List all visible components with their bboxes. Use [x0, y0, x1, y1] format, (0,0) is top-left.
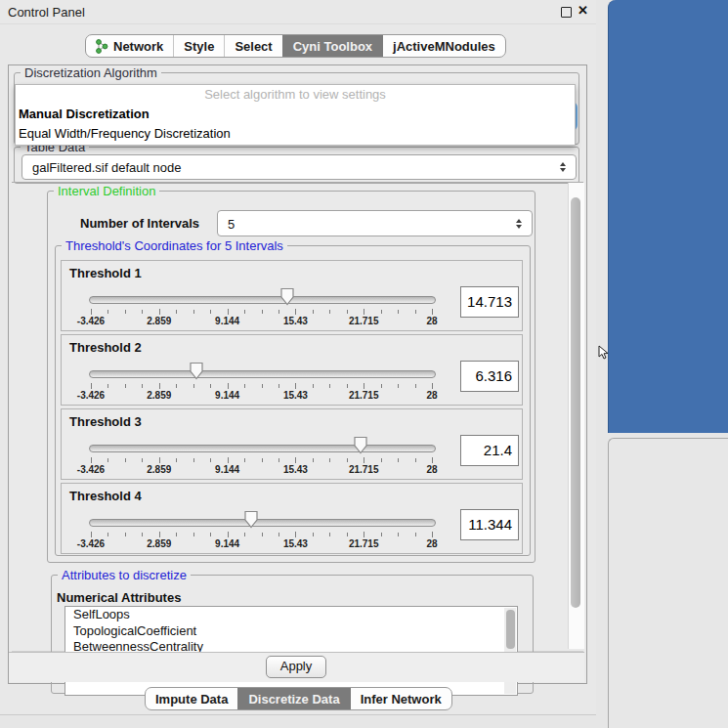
slider-tick [159, 309, 160, 315]
slider-tick [278, 384, 279, 388]
control-panel-titlebar: Control Panel ✕ [0, 0, 596, 24]
slider-tick [415, 310, 416, 314]
threshold-coordinates-title: Threshold's Coordinates for 5 Intervals [62, 238, 287, 253]
threshold-label: Threshold 2 [69, 340, 142, 355]
slider-tick [91, 532, 92, 537]
slider-tick [159, 383, 160, 389]
slider-tick [125, 533, 126, 536]
slider-tick-label: 21.715 [342, 316, 385, 326]
slider-track[interactable] [89, 519, 436, 527]
combo-stepper-icon [516, 219, 523, 229]
threshold-value-field[interactable]: 21.4 [460, 435, 519, 466]
attribute-list-item[interactable]: TopologicalCoefficient [65, 623, 517, 640]
threshold-value-field[interactable]: 6.316 [460, 361, 519, 392]
slider-track[interactable] [89, 445, 436, 452]
slider-tick [415, 458, 416, 462]
slider-tick-label: 2.859 [138, 390, 181, 401]
algorithm-option-manual[interactable]: Manual Discretization [16, 105, 575, 124]
combo-stepper-icon [560, 162, 567, 172]
slider-tick [432, 457, 433, 463]
slider-tick [347, 533, 348, 536]
number-of-intervals-combobox[interactable]: 5 [217, 210, 533, 236]
slider-tick-label: 9.144 [206, 538, 249, 549]
algorithm-option-equal-width[interactable]: Equal Width/Frequency Discretization [16, 124, 575, 144]
slider-tick-label: 15.43 [274, 538, 317, 549]
slider-tick [210, 458, 211, 462]
close-icon[interactable]: ✕ [578, 3, 588, 18]
tab-discretize-data[interactable]: Discretize Data [237, 688, 349, 709]
tab-cyni-toolbox[interactable]: Cyni Toolbox [282, 35, 382, 57]
slider-thumb[interactable] [189, 362, 204, 381]
slider-tick [381, 533, 382, 536]
apply-button[interactable]: Apply [266, 656, 326, 678]
tab-network[interactable]: Network [86, 35, 173, 57]
slider-tick [278, 458, 279, 462]
attribute-list-item[interactable]: SelfLoops [65, 607, 517, 623]
numerical-attributes-list[interactable]: SelfLoopsTopologicalCoefficientBetweenne… [64, 606, 518, 696]
slider-tick [107, 458, 108, 462]
slider-track[interactable] [89, 296, 436, 304]
slider-tick [329, 384, 330, 388]
slider-tick-label: 9.144 [206, 464, 249, 475]
float-window-icon[interactable] [561, 7, 572, 18]
slider-tick-label: 28 [410, 464, 453, 475]
slider-tick [107, 384, 108, 388]
network-icon [96, 39, 108, 54]
slider-tick [347, 310, 348, 314]
slider-tick [364, 309, 364, 315]
tab-infer-network[interactable]: Infer Network [350, 688, 451, 709]
slider-track[interactable] [89, 370, 436, 378]
algorithm-option-placeholder[interactable]: Select algorithm to view settings [16, 85, 575, 105]
numerical-attributes-label: Numerical Attributes [57, 590, 181, 605]
slider-tick [295, 532, 296, 537]
slider-tick [244, 458, 245, 462]
control-panel-title: Control Panel [8, 5, 85, 20]
slider-tick [295, 457, 296, 463]
slider-tick [228, 457, 229, 463]
tab-label: jActiveMNodules [393, 39, 495, 54]
slider-tick [228, 532, 229, 537]
slider-tick [159, 457, 160, 463]
slider-tick [398, 384, 399, 388]
threshold-value-field[interactable]: 11.344 [460, 509, 519, 540]
slider-tick [381, 458, 382, 462]
tab-label: Style [184, 39, 214, 54]
slider-tick [210, 384, 211, 388]
slider-tick-label: 2.859 [138, 538, 181, 549]
tab-select[interactable]: Select [224, 35, 281, 57]
threshold-panel-1: Threshold 1-3.4262.8599.14415.4321.71528… [61, 260, 523, 331]
slider-tick [329, 310, 330, 314]
settings-scrollbar-thumb[interactable] [571, 197, 580, 608]
slider-tick [176, 533, 177, 536]
slider-tick [142, 458, 143, 462]
slider-tick [415, 533, 416, 536]
slider-tick [176, 310, 177, 314]
threshold-value-field[interactable]: 14.713 [460, 286, 519, 318]
slider-tick [364, 532, 364, 537]
discretization-algorithm-group-title: Discretization Algorithm [21, 65, 161, 80]
slider-tick [313, 310, 314, 314]
control-panel-window: Control Panel ✕ NetworkStyleSelectCyni T… [0, 0, 596, 715]
attributes-scrollbar-thumb[interactable] [506, 610, 515, 649]
slider-tick [107, 310, 108, 314]
tab-style[interactable]: Style [173, 35, 224, 57]
tab-impute-data[interactable]: Impute Data [146, 688, 237, 709]
slider-tick-label: 15.43 [274, 390, 317, 401]
tab-jactivemnodules[interactable]: jActiveMNodules [382, 35, 505, 57]
slider-tick [210, 533, 211, 536]
slider-tick [142, 384, 143, 388]
algorithm-dropdown-popup: Select algorithm to view settings Manual… [15, 84, 576, 146]
slider-thumb[interactable] [353, 436, 368, 455]
slider-thumb[interactable] [279, 287, 295, 307]
slider-tick [193, 533, 194, 536]
slider-thumb[interactable] [243, 510, 259, 530]
threshold-panel-4: Threshold 4-3.4262.8599.14415.4321.71528… [61, 483, 523, 554]
threshold-panel-2: Threshold 2-3.4262.8599.14415.4321.71528… [61, 334, 523, 406]
slider-tick-label: -3.426 [69, 316, 112, 326]
table-data-combobox[interactable]: galFiltered.sif default node [21, 154, 577, 180]
threshold-panel-3: Threshold 3-3.4262.8599.14415.4321.71528… [61, 408, 523, 480]
slider-tick [176, 384, 177, 388]
slider-tick-label: 2.859 [138, 464, 181, 475]
number-of-intervals-label: Number of Intervals [80, 216, 199, 231]
slider-tick-label: 28 [410, 316, 453, 326]
